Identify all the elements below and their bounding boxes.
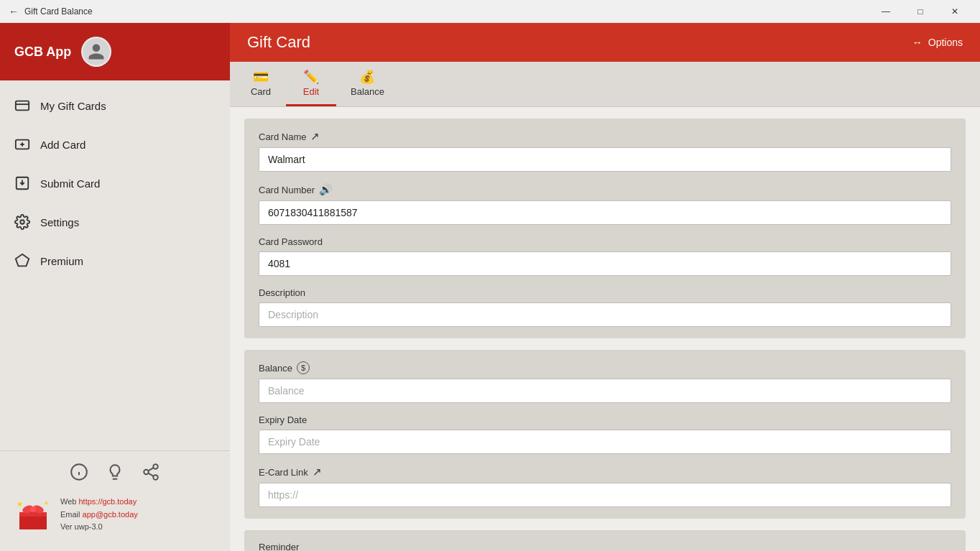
card-name-field: Card Name ↗	[259, 130, 951, 172]
ecard-link-label: E-Card Link ↗	[259, 466, 951, 478]
gift-image: ★ ✦	[14, 499, 52, 531]
avatar[interactable]	[81, 37, 111, 67]
svg-text:★: ★	[17, 500, 23, 508]
main-content: Gift Card ↔ Options 💳 Card ✏️ Edit 💰 Bal…	[230, 23, 980, 551]
reminder-section: Reminder	[244, 530, 966, 551]
email-label: Email	[60, 510, 83, 519]
info-icon[interactable]	[70, 463, 88, 484]
svg-line-15	[148, 473, 153, 476]
card-number-input[interactable]	[259, 200, 951, 225]
tab-balance[interactable]: 💰 Balance	[336, 62, 399, 106]
svg-point-7	[20, 220, 24, 224]
svg-rect-0	[16, 101, 29, 111]
tab-balance-label: Balance	[351, 86, 384, 97]
sidebar: GCB App My Gift Cards	[0, 23, 230, 551]
ecard-link-input[interactable]	[259, 483, 951, 507]
form-area: Card Name ↗ Card Number 🔊 Card	[230, 107, 980, 551]
card-tab-icon: 💳	[253, 69, 269, 85]
diamond-icon	[14, 253, 30, 269]
titlebar: ← Gift Card Balance — □ ✕	[0, 0, 980, 23]
sidebar-info: Web https://gcb.today Email app@gcb.toda…	[60, 496, 138, 534]
web-label: Web	[60, 497, 78, 506]
balance-icon[interactable]: $	[297, 361, 310, 374]
app-name: GCB App	[14, 45, 71, 60]
options-button[interactable]: ↔ Options	[912, 37, 963, 48]
expiry-input[interactable]	[259, 430, 951, 454]
card-password-input[interactable]	[259, 251, 951, 276]
tab-edit-label: Edit	[303, 86, 319, 97]
svg-rect-20	[19, 512, 47, 517]
email-link[interactable]: app@gcb.today	[83, 510, 138, 519]
speaker-icon[interactable]: 🔊	[319, 183, 333, 196]
sidebar-label-my-gift-cards: My Gift Cards	[40, 100, 106, 112]
tab-edit[interactable]: ✏️ Edit	[286, 62, 336, 106]
sidebar-item-my-gift-cards[interactable]: My Gift Cards	[0, 86, 230, 125]
sidebar-label-settings: Settings	[40, 216, 79, 228]
card-password-label: Card Password	[259, 236, 951, 247]
svg-marker-8	[16, 254, 29, 267]
lightbulb-icon[interactable]	[106, 463, 124, 484]
balance-label: Balance $	[259, 361, 951, 374]
card-info-section: Card Name ↗ Card Number 🔊 Card	[244, 119, 966, 338]
expiry-label: Expiry Date	[259, 415, 951, 425]
balance-tab-icon: 💰	[359, 69, 375, 85]
svg-rect-19	[19, 517, 47, 529]
card-icon	[14, 98, 30, 114]
card-name-input[interactable]	[259, 147, 951, 172]
sidebar-item-add-card[interactable]: Add Card	[0, 125, 230, 164]
svg-line-16	[148, 468, 153, 471]
svg-point-12	[153, 464, 158, 469]
description-field: Description	[259, 287, 951, 327]
description-input[interactable]	[259, 302, 951, 327]
ver-label: Ver	[60, 522, 75, 531]
card-name-external-icon[interactable]: ↗	[310, 130, 320, 143]
tab-card[interactable]: 💳 Card	[236, 62, 286, 106]
ver-value: uwp-3.0	[75, 522, 103, 531]
ecard-link-field: E-Card Link ↗	[259, 466, 951, 507]
svg-point-13	[144, 470, 149, 475]
gift-area: ★ ✦ Web https://gcb.today Email app@gcb.…	[14, 496, 216, 534]
card-name-label: Card Name ↗	[259, 130, 951, 143]
close-button[interactable]: ✕	[938, 0, 971, 23]
sidebar-header: GCB App	[0, 23, 230, 80]
minimize-button[interactable]: —	[869, 0, 902, 23]
submit-icon	[14, 175, 30, 191]
svg-point-14	[153, 476, 158, 481]
main-header: Gift Card ↔ Options	[230, 23, 980, 62]
sidebar-label-add-card: Add Card	[40, 139, 85, 151]
back-button[interactable]: ←	[9, 6, 19, 17]
ecard-external-icon[interactable]: ↗	[313, 466, 322, 478]
card-password-field: Card Password	[259, 236, 951, 276]
sidebar-item-premium[interactable]: Premium	[0, 241, 230, 280]
footer-icons	[14, 463, 216, 484]
page-title: Gift Card	[247, 33, 310, 52]
svg-point-23	[30, 506, 36, 512]
options-label: Options	[928, 37, 963, 48]
description-label: Description	[259, 287, 951, 298]
sidebar-label-premium: Premium	[40, 255, 83, 267]
svg-text:✦: ✦	[44, 500, 49, 506]
window-controls: — □ ✕	[869, 0, 971, 23]
maximize-button[interactable]: □	[904, 0, 937, 23]
balance-input[interactable]	[259, 379, 951, 403]
reminder-label: Reminder	[259, 542, 951, 551]
sidebar-label-submit-card: Submit Card	[40, 177, 100, 190]
card-number-label: Card Number 🔊	[259, 183, 951, 196]
sidebar-item-submit-card[interactable]: Submit Card	[0, 164, 230, 203]
sidebar-footer: ★ ✦ Web https://gcb.today Email app@gcb.…	[0, 450, 230, 551]
balance-field: Balance $	[259, 361, 951, 403]
balance-section: Balance $ Expiry Date E-Card Link	[244, 350, 966, 519]
web-link[interactable]: https://gcb.today	[78, 497, 137, 506]
app-container: GCB App My Gift Cards	[0, 23, 980, 551]
sidebar-nav: My Gift Cards Add Card	[0, 80, 230, 450]
sidebar-item-settings[interactable]: Settings	[0, 203, 230, 241]
tabs-bar: 💳 Card ✏️ Edit 💰 Balance	[230, 62, 980, 107]
tab-card-label: Card	[251, 86, 271, 97]
card-number-field: Card Number 🔊	[259, 183, 951, 225]
expiry-field: Expiry Date	[259, 415, 951, 454]
share-icon[interactable]	[142, 463, 160, 484]
gear-icon	[14, 214, 30, 230]
add-card-icon	[14, 136, 30, 152]
options-icon: ↔	[912, 37, 923, 48]
edit-tab-icon: ✏️	[303, 69, 319, 85]
